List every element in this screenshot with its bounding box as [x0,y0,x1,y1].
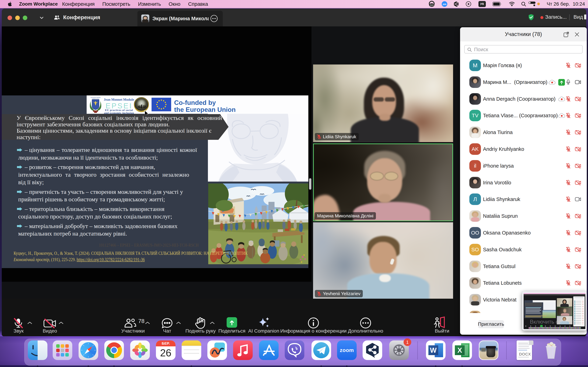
svg-text:УНІВЕРСИТЕТ: УНІВЕРСИТЕТ [92,98,99,100]
svg-text:НАЦІОНАЛЬНИЙ: НАЦІОНАЛЬНИЙ [91,97,101,98]
svg-text:310: 310 [430,4,434,7]
